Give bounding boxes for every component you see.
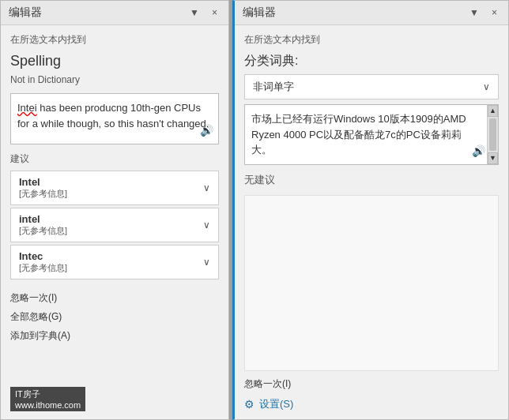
left-minimize-button[interactable]: ▼ [187,6,202,20]
add-to-dict-link[interactable]: 添加到字典(A) [10,328,219,344]
ignore-once-link-left[interactable]: 忽略一次(I) [10,290,219,306]
left-header-controls: ▼ × [187,6,221,20]
right-minimize-button[interactable]: ▼ [466,6,482,20]
watermark-text-left: IT房子 [15,389,40,399]
text-rest: has been producng 10th-gen CPUs for a wh… [17,102,209,129]
left-panel-header: 编辑器 ▼ × [1,1,228,25]
settings-icon: ⚙ [244,398,254,411]
scrollbar-right[interactable]: ▲ ▼ [487,105,498,164]
right-bottom-actions: 忽略一次(I) ⚙ 设置(S) [244,376,499,411]
ignore-once-link-right[interactable]: 忽略一次(I) [244,376,499,392]
suggestion-info-1: [无参考信息] [19,225,67,237]
suggestion-arrow-1: ∨ [203,219,210,231]
spelling-title: Spelling [10,53,219,69]
scroll-down-btn[interactable]: ▼ [488,152,498,164]
suggestion-arrow-0: ∨ [203,182,210,193]
suggestion-text-2: Intec [无参考信息] [19,250,67,274]
settings-label: 设置(S) [259,397,293,411]
suggestion-item-0[interactable]: Intel [无参考信息] ∨ [10,171,219,205]
watermark-url-left: www.ithome.com [15,400,81,410]
ignore-all-link-left[interactable]: 全部忽略(G) [10,309,219,325]
suggestion-item-1[interactable]: intel [无参考信息] ∨ [10,208,219,242]
suggestion-word-0: Intel [19,176,67,188]
misspelled-word: Intei [17,102,37,114]
right-panel-content: 在所选文本内找到 分类词典: 非词单字 ∨ 市场上已经有运行Windows 10… [235,25,508,419]
suggestion-item-2[interactable]: Intec [无参考信息] ∨ [10,245,219,279]
non-word-arrow: ∨ [483,81,490,92]
suggestion-arrow-2: ∨ [203,257,210,268]
dict-title-row: 分类词典: [244,53,499,69]
left-panel-content: 在所选文本内找到 Spelling Not in Dictionary Inte… [1,25,228,419]
right-panel-title: 编辑器 [243,6,276,20]
text-box-left: Intei has been producng 10th-gen CPUs fo… [10,93,219,144]
left-find-in-selection: 在所选文本内找到 [10,33,219,47]
left-panel: 编辑器 ▼ × 在所选文本内找到 Spelling Not in Diction… [0,0,229,420]
scroll-thumb [489,118,496,151]
no-suggestions-label: 无建议 [244,170,499,190]
watermark-left: IT房子 www.ithome.com [10,387,85,411]
right-close-button[interactable]: × [488,6,500,20]
right-suggestions-area [244,195,499,372]
left-panel-title: 编辑器 [9,6,42,20]
right-find-in-selection: 在所选文本内找到 [244,33,499,47]
settings-row[interactable]: ⚙ 设置(S) [244,397,499,411]
suggestion-word-1: intel [19,213,67,225]
right-panel-header: 编辑器 ▼ × [235,1,508,25]
suggestion-word-2: Intec [19,250,67,262]
non-word-row[interactable]: 非词单字 ∨ [244,74,499,99]
left-close-button[interactable]: × [209,6,221,20]
not-in-dict-label: Not in Dictionary [10,74,219,85]
dict-title: 分类词典: [244,53,298,69]
text-box-right-content: 市场上已经有运行Windows 10版本1909的AMD Ryzen 4000 … [251,111,492,158]
suggestion-text-0: Intel [无参考信息] [19,176,67,200]
suggestion-info-0: [无参考信息] [19,188,67,200]
right-panel: 编辑器 ▼ × 在所选文本内找到 分类词典: 非词单字 ∨ 市场上已经有运行Wi… [232,0,509,420]
left-action-links: 忽略一次(I) 全部忽略(G) 添加到字典(A) [10,290,219,344]
speaker-icon-right[interactable]: 🔊 [472,143,485,159]
suggestion-text-1: intel [无参考信息] [19,213,67,237]
suggestions-label: 建议 [10,152,219,166]
non-word-label: 非词单字 [253,80,294,94]
suggestions-list: Intel [无参考信息] ∨ intel [无参考信息] ∨ Intec [无… [10,171,219,282]
right-header-controls: ▼ × [466,6,500,20]
scroll-up-btn[interactable]: ▲ [488,105,498,117]
text-box-right: 市场上已经有运行Windows 10版本1909的AMD Ryzen 4000 … [244,104,499,165]
speaker-icon-left[interactable]: 🔊 [200,122,213,139]
suggestion-info-2: [无参考信息] [19,262,67,274]
